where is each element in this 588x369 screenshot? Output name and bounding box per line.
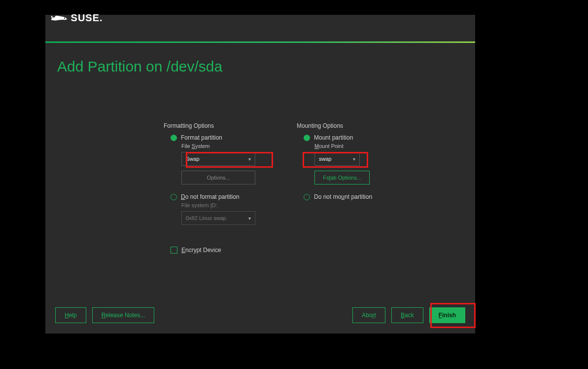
no-mount-label: Do not mount partition xyxy=(314,193,372,200)
fsid-value: 0x82 Linux swap xyxy=(186,215,226,221)
page-title: Add Partition on /dev/sda xyxy=(57,58,222,75)
encrypt-device-checkbox[interactable]: Encrypt Device xyxy=(164,247,221,254)
radio-no-mount[interactable]: Do not mount partition xyxy=(304,193,425,200)
back-button[interactable]: Back xyxy=(391,307,423,323)
suse-logo: SUSE. xyxy=(50,12,103,24)
radio-no-format[interactable]: Do not format partition xyxy=(171,193,292,200)
mounting-column: Mounting Options Mount partition Mount P… xyxy=(297,122,425,202)
chevron-down-icon: ▾ xyxy=(353,156,355,162)
abort-button[interactable]: Abort xyxy=(352,307,385,323)
filesystem-label: File System xyxy=(181,143,292,149)
brand-divider xyxy=(45,41,475,43)
wizard-footer: Help Release Notes... Abort Back Finish xyxy=(55,307,465,324)
mount-point-value: swap xyxy=(319,156,332,162)
encrypt-device-label: Encrypt Device xyxy=(181,247,221,254)
chevron-down-icon: ▾ xyxy=(248,216,251,221)
fstab-options-button[interactable]: Fstab Options... xyxy=(314,171,370,184)
mount-point-select[interactable]: swap ▾ xyxy=(314,152,360,166)
checkbox-empty-icon xyxy=(171,247,177,254)
brand-text: SUSE xyxy=(71,12,100,23)
mount-partition-label: Mount partition xyxy=(314,134,353,141)
filesystem-select[interactable]: Swap ▾ xyxy=(181,152,255,166)
formatting-column: Formatting Options Format partition File… xyxy=(164,122,292,230)
chevron-down-icon: ▾ xyxy=(248,156,251,162)
format-partition-label: Format partition xyxy=(181,134,222,141)
release-notes-button[interactable]: Release Notes... xyxy=(92,307,155,323)
fs-options-button: Options... xyxy=(181,171,255,184)
radio-selected-icon xyxy=(304,135,310,141)
radio-selected-icon xyxy=(171,135,177,141)
formatting-heading: Formatting Options xyxy=(164,122,292,129)
mount-point-label: Mount Point xyxy=(314,143,425,149)
mounting-heading: Mounting Options xyxy=(297,122,425,129)
help-button[interactable]: Help xyxy=(55,307,86,323)
radio-unselected-icon xyxy=(171,194,177,200)
installer-panel: SUSE. Add Partition on /dev/sda Formatti… xyxy=(45,15,475,333)
fsid-label: File system ID: xyxy=(181,202,292,208)
finish-button[interactable]: Finish xyxy=(429,307,465,323)
fsid-select: 0x82 Linux swap ▾ xyxy=(181,211,255,225)
filesystem-value: Swap xyxy=(186,156,200,162)
chameleon-icon xyxy=(50,13,68,24)
radio-format-partition[interactable]: Format partition xyxy=(171,134,292,141)
radio-mount-partition[interactable]: Mount partition xyxy=(304,134,425,141)
radio-unselected-icon xyxy=(304,194,310,200)
svg-point-0 xyxy=(64,18,65,19)
no-format-label: Do not format partition xyxy=(181,193,240,200)
